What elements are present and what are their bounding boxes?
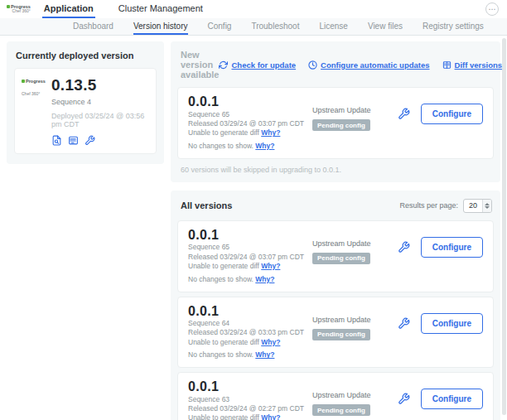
version-list: 0.0.1 Sequence 65 Released 03/29/24 @ 03… [177, 220, 494, 420]
results-per-page-value: 20 [464, 200, 482, 212]
wrench-icon[interactable] [84, 135, 95, 146]
tab-cluster-management[interactable]: Cluster Management [117, 0, 205, 18]
app-sub-navigation: Dashboard Version history Config Trouble… [0, 18, 507, 36]
select-stepper-icon [482, 200, 491, 212]
version-number: 0.0.1 [188, 227, 312, 243]
diff-note: Unable to generate diff Why? [188, 414, 312, 420]
diff-versions-link[interactable]: Diff versions [442, 60, 503, 70]
version-source-label: Upstream Update [312, 316, 398, 324]
brand-green-icon [22, 80, 25, 83]
check-for-update-link[interactable]: Check for update [219, 60, 296, 70]
status-badge: Pending config [312, 329, 370, 340]
ellipsis-icon: ⋯ [489, 5, 496, 13]
why-diff-link[interactable]: Why? [261, 128, 280, 137]
changes-note: No changes to show. Why? [188, 276, 312, 284]
version-sequence: Sequence 64 [188, 320, 312, 328]
deployed-timestamp: Deployed 03/25/24 @ 03:56 pm CDT [51, 112, 149, 128]
version-released: Released 03/29/24 @ 03:07 pm CDT [188, 120, 312, 128]
configure-button[interactable]: Configure [421, 237, 483, 258]
vertical-scrollbar[interactable] [502, 38, 506, 415]
version-source-label: Upstream Update [312, 106, 398, 114]
configure-button[interactable]: Configure [421, 313, 483, 334]
configure-automatic-updates-link[interactable]: Configure automatic updates [308, 60, 429, 70]
app-logo: Progress Chef 360° [7, 0, 31, 18]
deployed-actions [51, 135, 149, 146]
diff-columns-icon [442, 60, 451, 70]
status-badge: Pending config [312, 119, 370, 131]
subtab-license[interactable]: License [319, 18, 347, 35]
all-versions-section: All versions Results per page: 20 0.0.1 … [171, 191, 500, 420]
all-versions-heading: All versions [181, 200, 232, 210]
why-changes-link[interactable]: Why? [255, 142, 274, 150]
edit-config-wrench-icon[interactable] [398, 317, 410, 330]
configure-button[interactable]: Configure [421, 389, 483, 409]
version-row: 0.0.1 Sequence 65 Released 03/29/24 @ 03… [177, 220, 494, 292]
version-released: Released 03/29/24 @ 03:03 pm CDT [188, 329, 312, 337]
diff-note: Unable to generate diff Why? [188, 339, 312, 347]
tab-application[interactable]: Application [42, 0, 95, 18]
changes-note: No changes to show. Why? [188, 351, 312, 360]
diff-file-icon[interactable] [51, 135, 62, 146]
version-released: Released 03/29/24 @ 02:27 pm CDT [188, 405, 312, 413]
top-navigation: Progress Chef 360° Application Cluster M… [0, 0, 507, 18]
page-content: Currently deployed version Progress Chef… [0, 36, 507, 420]
edit-config-wrench-icon[interactable] [398, 108, 410, 120]
version-number: 0.0.1 [188, 303, 312, 319]
app-logo-small: Progress Chef 360° [22, 77, 51, 146]
currently-deployed-panel: Currently deployed version Progress Chef… [7, 41, 164, 164]
diff-note: Unable to generate diff Why? [188, 129, 312, 138]
overflow-menu-button[interactable]: ⋯ [485, 2, 499, 16]
why-diff-link[interactable]: Why? [261, 413, 280, 420]
deployed-sequence: Sequence 4 [51, 98, 149, 106]
version-number: 0.0.1 [188, 94, 312, 109]
results-per-page-select[interactable]: 20 [463, 199, 492, 213]
version-sequence: Sequence 63 [188, 396, 312, 404]
diff-note: Unable to generate diff Why? [188, 263, 312, 271]
edit-config-wrench-icon[interactable] [398, 241, 410, 253]
subtab-view-files[interactable]: View files [368, 18, 403, 35]
version-source-label: Upstream Update [312, 391, 398, 399]
version-row: 0.0.1 Sequence 63 Released 03/29/24 @ 02… [177, 372, 494, 420]
status-badge: Pending config [312, 253, 370, 264]
subtab-registry-settings[interactable]: Registry settings [422, 18, 484, 35]
subtab-version-history[interactable]: Version history [133, 18, 188, 35]
subtab-config[interactable]: Config [208, 18, 232, 35]
version-source-label: Upstream Update [312, 239, 398, 248]
version-released: Released 03/29/24 @ 03:07 pm CDT [188, 253, 312, 262]
refresh-icon [219, 60, 228, 70]
why-diff-link[interactable]: Why? [261, 262, 280, 270]
status-badge: Pending config [312, 404, 370, 416]
subtab-troubleshoot[interactable]: Troubleshoot [251, 18, 299, 35]
deployed-version-card: Progress Chef 360° 0.13.5 Sequence 4 Dep… [14, 68, 157, 154]
configure-button[interactable]: Configure [421, 104, 483, 124]
why-diff-link[interactable]: Why? [261, 338, 280, 346]
subtab-dashboard[interactable]: Dashboard [73, 18, 113, 35]
brand-green-icon [7, 5, 10, 8]
version-sequence: Sequence 65 [188, 244, 312, 252]
why-changes-link[interactable]: Why? [255, 275, 274, 283]
version-row: 0.0.1 Sequence 64 Released 03/29/24 @ 03… [177, 297, 494, 369]
results-per-page-label: Results per page: [399, 201, 458, 210]
edit-config-icon[interactable] [68, 135, 79, 146]
edit-config-wrench-icon[interactable] [398, 393, 410, 405]
deployed-heading: Currently deployed version [16, 51, 157, 60]
deployed-version-number: 0.13.5 [51, 77, 149, 93]
version-number: 0.0.1 [188, 379, 312, 394]
version-sequence: Sequence 65 [188, 111, 312, 119]
skip-versions-note: 60 versions will be skipped in upgrading… [181, 166, 494, 174]
brand-line2: Chef 360° [7, 9, 31, 14]
version-history-main: New version available Check for update C… [171, 41, 500, 420]
new-version-section: New version available Check for update C… [171, 41, 500, 182]
why-changes-link[interactable]: Why? [255, 350, 274, 359]
auto-update-clock-icon [308, 60, 317, 70]
changes-note: No changes to show. Why? [188, 142, 312, 151]
new-version-heading: New version available [181, 50, 219, 80]
new-version-card: 0.0.1 Sequence 65 Released 03/29/24 @ 03… [177, 87, 494, 159]
